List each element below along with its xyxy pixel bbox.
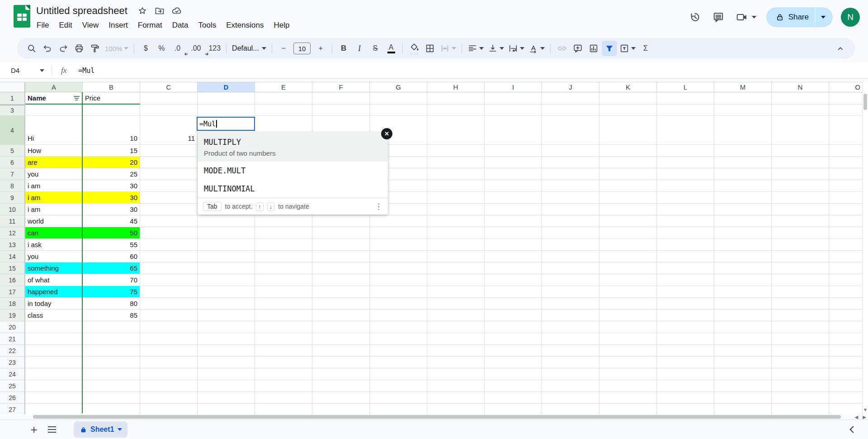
cell-N9[interactable] (772, 192, 829, 204)
cell-B5[interactable]: 15 (83, 145, 140, 157)
cell-J12[interactable] (542, 227, 599, 239)
cell-N16[interactable] (772, 274, 829, 286)
cell-J25[interactable] (542, 380, 599, 392)
cell-L25[interactable] (657, 380, 714, 392)
menu-view[interactable]: View (77, 20, 104, 31)
cell-K3[interactable] (599, 105, 657, 116)
cell-O7[interactable] (829, 168, 862, 180)
cell-O10[interactable] (829, 204, 862, 215)
toolbar-text-color-button[interactable]: A (383, 41, 399, 56)
cell-B8[interactable]: 30 (83, 180, 140, 192)
cell-J23[interactable] (542, 357, 599, 368)
cell-K20[interactable] (599, 321, 657, 333)
cell-C22[interactable] (140, 345, 198, 357)
column-header-m[interactable]: M (714, 82, 772, 92)
cell-G17[interactable] (370, 286, 427, 298)
toolbar-search-icon[interactable] (24, 41, 39, 56)
row-header-5[interactable]: 5 (0, 145, 25, 157)
cell-editor-d4[interactable]: =Mul (197, 117, 255, 131)
cell-E14[interactable] (255, 251, 312, 262)
row-header-23[interactable]: 23 (0, 357, 25, 368)
column-header-a[interactable]: A (25, 82, 83, 92)
cell-E11[interactable] (255, 215, 312, 227)
toolbar-print-icon[interactable] (71, 41, 87, 56)
cell-A12[interactable]: can (25, 227, 83, 239)
cell-M19[interactable] (714, 310, 772, 321)
cell-M8[interactable] (714, 180, 772, 192)
document-title[interactable]: Untitled spreadsheet (36, 5, 127, 17)
cell-I22[interactable] (485, 345, 542, 357)
cell-C21[interactable] (140, 333, 198, 345)
cell-I11[interactable] (485, 215, 542, 227)
cell-C24[interactable] (140, 368, 198, 380)
star-icon[interactable] (137, 5, 148, 17)
cell-N13[interactable] (772, 239, 829, 251)
cell-M21[interactable] (714, 333, 772, 345)
row-header-8[interactable]: 8 (0, 180, 25, 192)
camera-dropdown-caret[interactable] (752, 16, 756, 19)
toolbar-vertical-align-icon[interactable] (486, 41, 506, 56)
row-header-16[interactable]: 16 (0, 274, 25, 286)
cell-G13[interactable] (370, 239, 427, 251)
cell-D1[interactable] (198, 92, 255, 105)
cell-O14[interactable] (829, 251, 862, 262)
cell-O19[interactable] (829, 310, 862, 321)
cell-F11[interactable] (312, 215, 370, 227)
cell-O6[interactable] (829, 157, 862, 168)
cell-E15[interactable] (255, 262, 312, 274)
cell-H25[interactable] (427, 380, 485, 392)
toolbar-text-rotation-icon[interactable] (527, 41, 547, 56)
cell-K8[interactable] (599, 180, 657, 192)
cell-H11[interactable] (427, 215, 485, 227)
comment-history-icon[interactable] (708, 7, 728, 27)
cell-N18[interactable] (772, 298, 829, 310)
share-dropdown-caret[interactable] (816, 7, 833, 27)
cell-K14[interactable] (599, 251, 657, 262)
cell-J24[interactable] (542, 368, 599, 380)
sheet-tab-caret[interactable] (118, 428, 122, 431)
sheets-logo-icon[interactable] (14, 5, 30, 28)
row-header-21[interactable]: 21 (0, 333, 25, 345)
cell-L1[interactable] (657, 92, 714, 105)
select-all-corner[interactable] (0, 82, 25, 92)
cell-M12[interactable] (714, 227, 772, 239)
cell-B13[interactable]: 55 (83, 239, 140, 251)
join-call-group[interactable] (732, 7, 756, 27)
column-header-f[interactable]: F (312, 82, 370, 92)
cell-O17[interactable] (829, 286, 862, 298)
cell-C14[interactable] (140, 251, 198, 262)
cell-C18[interactable] (140, 298, 198, 310)
share-button[interactable]: Share (766, 7, 815, 27)
cell-E25[interactable] (255, 380, 312, 392)
cell-F14[interactable] (312, 251, 370, 262)
cell-E1[interactable] (255, 92, 312, 105)
cell-N17[interactable] (772, 286, 829, 298)
vertical-align-caret[interactable] (500, 47, 504, 50)
cell-D11[interactable] (198, 215, 255, 227)
cell-C17[interactable] (140, 286, 198, 298)
cell-N24[interactable] (772, 368, 829, 380)
toolbar-format-percent-button[interactable]: % (154, 41, 169, 56)
cell-B27[interactable] (83, 404, 140, 414)
cell-K25[interactable] (599, 380, 657, 392)
cell-D19[interactable] (198, 310, 255, 321)
cell-L6[interactable] (657, 157, 714, 168)
column-header-g[interactable]: G (370, 82, 427, 92)
version-history-icon[interactable] (685, 7, 705, 27)
cell-M27[interactable] (714, 404, 772, 414)
cell-A7[interactable]: you (25, 168, 83, 180)
toolbar-borders-icon[interactable] (422, 41, 438, 56)
cell-J27[interactable] (542, 404, 599, 414)
cell-O26[interactable] (829, 392, 862, 404)
cell-I23[interactable] (485, 357, 542, 368)
cell-A22[interactable] (25, 345, 83, 357)
cell-C25[interactable] (140, 380, 198, 392)
cell-M24[interactable] (714, 368, 772, 380)
cell-N14[interactable] (772, 251, 829, 262)
row-header-20[interactable]: 20 (0, 321, 25, 333)
cell-K9[interactable] (599, 192, 657, 204)
row-header-27[interactable]: 27 (0, 404, 25, 414)
cell-H16[interactable] (427, 274, 485, 286)
cell-C20[interactable] (140, 321, 198, 333)
column-header-d[interactable]: D (198, 82, 255, 92)
